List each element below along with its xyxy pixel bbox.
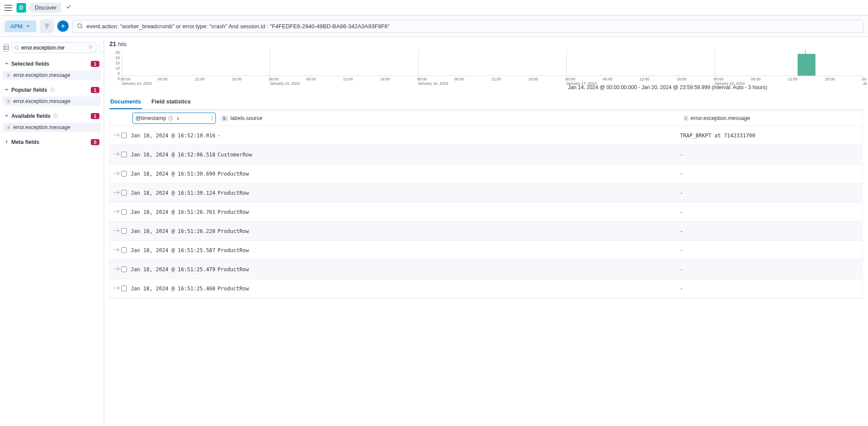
expand-row-icon[interactable]	[112, 265, 120, 273]
row-error: -	[680, 286, 862, 292]
sidebar-section[interactable]: Popular fields1	[3, 84, 101, 96]
row-checkbox[interactable]	[121, 228, 127, 234]
dataview-label: APM	[10, 23, 23, 30]
plus-icon	[60, 23, 66, 29]
sidebar-section[interactable]: Selected fields1	[3, 58, 101, 70]
row-error: -	[680, 190, 862, 196]
field-search-input[interactable]	[21, 45, 86, 51]
timestamp-column-header[interactable]: @timestamp	[132, 113, 216, 124]
toggle-sidebar-icon[interactable]	[3, 44, 9, 52]
expand-row-icon[interactable]	[112, 246, 120, 254]
row-error: -	[680, 152, 862, 158]
results-table: @timestamp k labels.source t	[109, 110, 863, 299]
svg-rect-7	[52, 89, 53, 90]
source-column-header[interactable]: k labels.source	[221, 115, 677, 121]
content: 21 hits 2520151050 00:0006:0012:0018:00J…	[104, 37, 868, 426]
row-checkbox[interactable]	[121, 209, 127, 215]
row-checkbox[interactable]	[121, 286, 127, 291]
add-filter-button[interactable]	[57, 20, 69, 32]
query-input-wrap[interactable]	[72, 20, 864, 33]
expand-row-icon[interactable]	[112, 170, 120, 178]
y-tick: 5	[109, 71, 120, 76]
query-input[interactable]	[86, 23, 859, 30]
field-name: error.exception.message	[13, 72, 70, 78]
sidebar-field-item[interactable]: terror.exception.message	[3, 97, 101, 106]
table-row: Jan 18, 2024 @ 16:51:26.228ProductRow-	[110, 222, 862, 241]
tab-field-statistics[interactable]: Field statistics	[151, 95, 191, 109]
svg-point-9	[55, 114, 56, 115]
tab-documents[interactable]: Documents	[109, 95, 142, 109]
x-day-label: January 18, 2024	[715, 81, 745, 86]
row-checkbox[interactable]	[121, 190, 127, 196]
histogram-bar[interactable]	[798, 54, 815, 76]
type-badge-keyword: k	[221, 116, 228, 121]
main: 0 Selected fields1terror.exception.messa…	[0, 37, 868, 426]
expand-row-icon[interactable]	[112, 284, 120, 293]
sidebar-section[interactable]: Meta fields0	[3, 136, 101, 148]
x-tick: 06:00	[751, 77, 761, 81]
svg-point-13	[212, 118, 213, 119]
info-icon[interactable]	[50, 87, 55, 93]
type-badge-text: t	[6, 73, 11, 78]
timestamp-label: @timestamp	[135, 115, 166, 121]
search-icon	[14, 45, 20, 50]
column-menu-icon[interactable]	[211, 116, 213, 121]
row-error: -	[680, 247, 862, 253]
x-tick: 06:00	[158, 77, 168, 81]
x-tick: 12:00	[343, 77, 353, 81]
expand-row-icon[interactable]	[112, 189, 120, 197]
app-badge[interactable]: D	[17, 3, 26, 13]
svg-rect-1	[4, 46, 8, 50]
sidebar-field-item[interactable]: terror.exception.message	[3, 70, 101, 80]
type-badge-text: t	[6, 99, 11, 104]
sort-desc-icon	[175, 116, 181, 121]
y-tick: 0	[109, 76, 120, 81]
result-tabs: Documents Field statistics	[109, 95, 863, 110]
search-icon	[77, 23, 83, 29]
check-icon[interactable]	[66, 4, 72, 11]
row-checkbox[interactable]	[121, 133, 127, 138]
x-tick: 00	[862, 77, 866, 81]
row-checkbox[interactable]	[121, 152, 127, 157]
info-icon[interactable]	[53, 113, 58, 119]
row-error: TRAP_BRKPT at 7142331700	[680, 133, 862, 139]
x-tick: 12:00	[492, 77, 502, 81]
x-tick: 00:00	[565, 77, 575, 81]
row-error: -	[680, 228, 862, 234]
filter-button[interactable]	[40, 19, 54, 33]
section-label: Available fields	[11, 113, 51, 119]
x-tick: 00:00	[121, 77, 131, 81]
expand-row-icon[interactable]	[112, 131, 120, 140]
row-source: ProductRow	[218, 171, 680, 177]
y-tick: 25	[109, 50, 120, 55]
error-column-header[interactable]: t error.exception.message	[683, 115, 859, 121]
row-checkbox[interactable]	[121, 171, 127, 176]
row-timestamp: Jan 18, 2024 @ 16:51:25.468	[131, 286, 218, 292]
x-day-label: January 15, 2024	[270, 81, 300, 86]
row-timestamp: Jan 18, 2024 @ 16:51:26.228	[131, 228, 218, 234]
sidebar-field-item[interactable]: terror.exception.message	[3, 123, 101, 132]
hits-count: 21	[109, 40, 116, 47]
filter-icon	[44, 23, 50, 29]
menu-icon[interactable]	[4, 5, 12, 11]
table-row: Jan 18, 2024 @ 16:51:30.124ProductRow-	[110, 183, 862, 203]
table-row: Jan 18, 2024 @ 16:51:26.761ProductRow-	[110, 203, 862, 222]
x-day-label: January 17, 2024	[566, 81, 597, 86]
clear-search-icon[interactable]	[88, 44, 93, 51]
dataview-selector[interactable]: APM	[4, 20, 36, 32]
chevron-icon	[4, 61, 9, 67]
row-checkbox[interactable]	[121, 266, 127, 272]
x-tick: 18:00	[677, 77, 686, 81]
topbar: D Discover	[0, 0, 868, 16]
app-name[interactable]: Discover	[30, 3, 61, 13]
field-filter-button[interactable]: 0	[99, 43, 104, 53]
expand-row-icon[interactable]	[112, 208, 120, 216]
y-tick: 15	[109, 60, 120, 66]
row-timestamp: Jan 18, 2024 @ 16:51:30.690	[131, 171, 218, 177]
histogram-chart[interactable]: 2520151050 00:0006:0012:0018:00January 1…	[109, 50, 863, 83]
row-checkbox[interactable]	[121, 247, 127, 253]
sidebar-section[interactable]: Available fields1	[3, 110, 101, 122]
field-search[interactable]	[11, 42, 96, 53]
expand-row-icon[interactable]	[112, 150, 120, 159]
expand-row-icon[interactable]	[112, 227, 120, 235]
